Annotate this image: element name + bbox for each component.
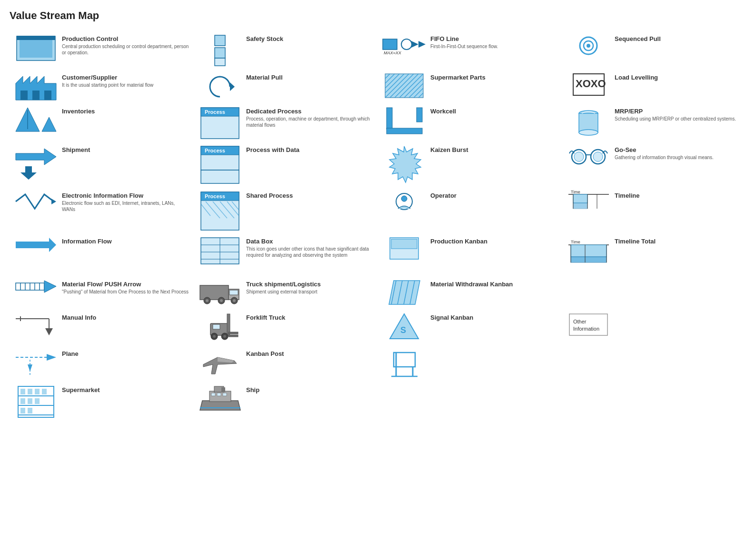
svg-marker-79 [49,238,56,252]
item-material-pull: Material Pull [194,70,378,104]
dedicated-process-title: Dedicated Process [246,108,373,115]
info-flow-icon [14,238,57,252]
production-control-text: Production Control Central production sc… [62,35,189,56]
material-flow-push-icon [14,281,57,293]
svg-rect-90 [571,257,607,262]
item-pull-arrow: Plane [10,346,194,383]
svg-marker-59 [51,199,56,204]
svg-rect-42 [387,128,422,134]
customer-supplier-icon [14,74,57,100]
svg-rect-52 [201,170,239,183]
pull-arrow-icon [14,350,57,376]
svg-rect-89 [571,245,607,257]
svg-rect-154 [28,408,32,414]
item-other-information: Other Information Other Information [562,310,746,346]
svg-rect-147 [28,389,32,394]
svg-point-126 [213,335,216,338]
material-flow-push-text: Material Flow/ PUSH Arrow "Pushing" of M… [62,281,189,295]
svg-point-14 [587,44,590,48]
operator-icon [383,192,426,211]
svg-point-108 [220,299,223,302]
svg-rect-131 [569,314,607,335]
supermarket-parts-icon [383,74,426,98]
info-flow-text: Information Flow [62,238,189,246]
supermarket-title: Supermarket [62,386,189,394]
svg-rect-18 [44,91,51,100]
svg-rect-158 [211,393,215,396]
item-signal-kanban: S Signal Kanban [378,310,562,346]
item-material-withdrawal-kanban: Material Withdrawal Kanban [378,277,562,310]
workcell-icon [383,108,426,134]
data-box-title: Data Box [246,238,373,245]
svg-text:Process: Process [205,148,225,153]
page-title: Value Stream Map [10,10,746,22]
svg-rect-122 [229,332,238,334]
item-sequenced-pull: Sequenced Pull [562,31,746,70]
item-empty-col2-row10 [378,383,562,421]
customer-supplier-text: Customer/Supplier It is the usual starti… [62,74,189,88]
forklift-truck-title: Forklift Truck [246,314,373,321]
go-see-icon [567,146,610,168]
forklift-truck-text: Forklift Truck [246,314,373,322]
production-kanban-icon [383,238,426,259]
svg-marker-47 [16,149,56,165]
signal-kanban-title: Signal Kanban [430,314,557,321]
supermarket-text: Supermarket [62,386,189,394]
svg-rect-78 [16,242,51,248]
svg-marker-135 [47,354,56,361]
svg-rect-152 [35,398,40,404]
svg-rect-159 [217,393,221,396]
item-mrp-erp: MRP/ERP Scheduling using MRP/ERP or othe… [562,104,746,142]
signal-kanban-text: Signal Kanban [430,314,557,322]
svg-rect-153 [20,408,25,414]
ship-text: Ship [246,386,373,394]
electronic-info-flow-desc: Electronic flow such as EDI, Internet, i… [62,200,189,212]
kaizen-burst-title: Kaizen Burst [430,146,557,153]
material-pull-text: Material Pull [246,74,373,82]
svg-rect-123 [229,335,238,337]
svg-point-8 [401,39,412,50]
production-control-title: Production Control [62,35,189,42]
process-with-data-icon: Process [199,146,241,184]
svg-rect-86 [391,239,417,249]
svg-rect-6 [215,58,225,66]
svg-rect-41 [387,108,392,129]
svg-point-57 [593,152,603,162]
svg-point-109 [233,299,236,302]
timeline-total-title: Timeline Total [615,238,742,245]
mrp-erp-desc: Scheduling using MRP/ERP or other centra… [615,116,742,122]
svg-marker-100 [44,281,56,293]
svg-marker-9 [411,41,418,48]
item-info-flow: Information Flow [10,234,194,277]
svg-marker-117 [45,328,53,335]
pull-arrow-text: Plane [62,350,189,358]
data-box-text: Data Box This icon goes under other icon… [246,238,373,258]
timeline-total-icon: Time [567,238,610,264]
safety-stock-title: Safety Stock [246,35,373,42]
item-material-flow-push: Material Flow/ PUSH Arrow "Pushing" of M… [10,277,194,310]
dedicated-process-icon: Process [199,108,241,139]
supermarket-parts-title: Supermarket Parts [430,74,557,81]
svg-text:XOXO: XOXO [576,78,606,90]
production-control-desc: Central production scheduling or control… [62,43,189,56]
kanban-post-icon [383,350,426,379]
item-manual-info: Manual Info [10,310,194,346]
shared-process-title: Shared Process [246,192,373,199]
inventories-text: Inventories [62,108,189,116]
production-kanban-title: Production Kanban [430,238,557,245]
timeline-total-text: Timeline Total [615,238,742,246]
supermarket-parts-text: Supermarket Parts [430,74,557,82]
svg-point-55 [574,152,584,162]
svg-marker-48 [20,166,37,180]
customer-supplier-desc: It is the usual starting point for mater… [62,82,189,88]
workcell-text: Workcell [430,108,557,116]
electronic-info-flow-text: Electronic Information Flow Electronic f… [62,192,189,212]
svg-rect-149 [42,389,47,394]
timeline-text: Timeline [615,192,742,200]
electronic-info-flow-icon [14,192,57,211]
svg-text:Process: Process [205,193,225,199]
dedicated-process-text: Dedicated Process Process, operation, ma… [246,108,373,128]
sequenced-pull-text: Sequenced Pull [615,35,742,43]
item-fifo-line: MAX=XX FIFO Line First-In-First-Out sequ… [378,31,562,70]
svg-marker-36 [42,117,56,131]
